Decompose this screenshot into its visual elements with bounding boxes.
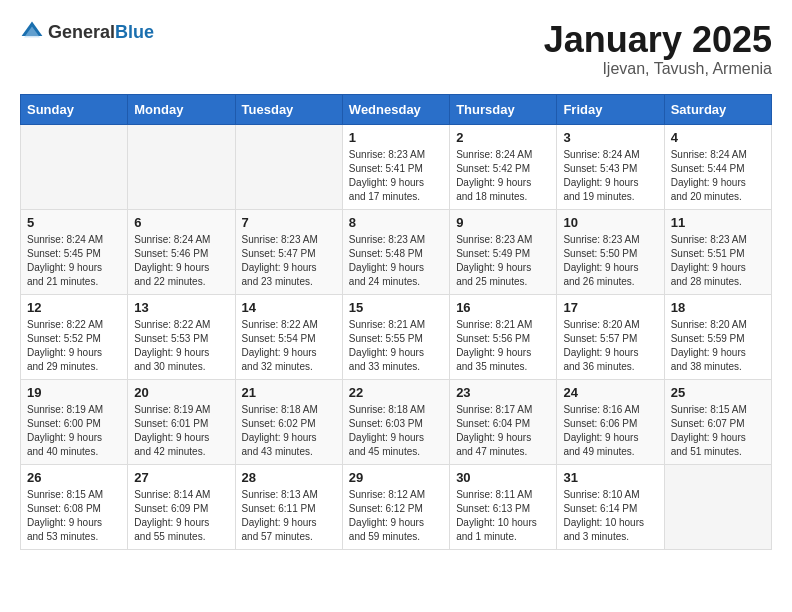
day-number: 15 [349, 300, 443, 315]
day-of-week-header: Wednesday [342, 94, 449, 124]
day-info: Sunrise: 8:23 AM Sunset: 5:47 PM Dayligh… [242, 233, 336, 289]
calendar-header-row: SundayMondayTuesdayWednesdayThursdayFrid… [21, 94, 772, 124]
day-info: Sunrise: 8:23 AM Sunset: 5:41 PM Dayligh… [349, 148, 443, 204]
day-info: Sunrise: 8:18 AM Sunset: 6:03 PM Dayligh… [349, 403, 443, 459]
calendar-title: January 2025 [544, 20, 772, 60]
day-info: Sunrise: 8:24 AM Sunset: 5:44 PM Dayligh… [671, 148, 765, 204]
day-of-week-header: Thursday [450, 94, 557, 124]
calendar-cell: 1Sunrise: 8:23 AM Sunset: 5:41 PM Daylig… [342, 124, 449, 209]
day-info: Sunrise: 8:23 AM Sunset: 5:48 PM Dayligh… [349, 233, 443, 289]
day-number: 6 [134, 215, 228, 230]
title-area: January 2025 Ijevan, Tavush, Armenia [544, 20, 772, 78]
day-number: 1 [349, 130, 443, 145]
logo: GeneralBlue [20, 20, 154, 44]
day-number: 14 [242, 300, 336, 315]
day-info: Sunrise: 8:20 AM Sunset: 5:57 PM Dayligh… [563, 318, 657, 374]
day-number: 27 [134, 470, 228, 485]
day-number: 30 [456, 470, 550, 485]
calendar-cell: 14Sunrise: 8:22 AM Sunset: 5:54 PM Dayli… [235, 294, 342, 379]
calendar-cell: 24Sunrise: 8:16 AM Sunset: 6:06 PM Dayli… [557, 379, 664, 464]
day-number: 17 [563, 300, 657, 315]
calendar-cell [128, 124, 235, 209]
day-info: Sunrise: 8:19 AM Sunset: 6:00 PM Dayligh… [27, 403, 121, 459]
day-number: 11 [671, 215, 765, 230]
day-info: Sunrise: 8:24 AM Sunset: 5:45 PM Dayligh… [27, 233, 121, 289]
calendar-cell: 18Sunrise: 8:20 AM Sunset: 5:59 PM Dayli… [664, 294, 771, 379]
day-number: 21 [242, 385, 336, 400]
day-of-week-header: Monday [128, 94, 235, 124]
calendar-cell: 3Sunrise: 8:24 AM Sunset: 5:43 PM Daylig… [557, 124, 664, 209]
calendar-cell: 6Sunrise: 8:24 AM Sunset: 5:46 PM Daylig… [128, 209, 235, 294]
calendar-cell: 7Sunrise: 8:23 AM Sunset: 5:47 PM Daylig… [235, 209, 342, 294]
day-number: 19 [27, 385, 121, 400]
calendar-cell: 10Sunrise: 8:23 AM Sunset: 5:50 PM Dayli… [557, 209, 664, 294]
day-number: 4 [671, 130, 765, 145]
calendar-cell: 29Sunrise: 8:12 AM Sunset: 6:12 PM Dayli… [342, 464, 449, 549]
day-info: Sunrise: 8:19 AM Sunset: 6:01 PM Dayligh… [134, 403, 228, 459]
day-info: Sunrise: 8:21 AM Sunset: 5:56 PM Dayligh… [456, 318, 550, 374]
calendar-cell: 13Sunrise: 8:22 AM Sunset: 5:53 PM Dayli… [128, 294, 235, 379]
calendar-cell: 17Sunrise: 8:20 AM Sunset: 5:57 PM Dayli… [557, 294, 664, 379]
calendar-table: SundayMondayTuesdayWednesdayThursdayFrid… [20, 94, 772, 550]
day-number: 28 [242, 470, 336, 485]
calendar-cell: 21Sunrise: 8:18 AM Sunset: 6:02 PM Dayli… [235, 379, 342, 464]
day-number: 13 [134, 300, 228, 315]
day-number: 5 [27, 215, 121, 230]
calendar-cell: 2Sunrise: 8:24 AM Sunset: 5:42 PM Daylig… [450, 124, 557, 209]
day-info: Sunrise: 8:21 AM Sunset: 5:55 PM Dayligh… [349, 318, 443, 374]
day-info: Sunrise: 8:15 AM Sunset: 6:08 PM Dayligh… [27, 488, 121, 544]
logo-general-text: General [48, 22, 115, 42]
day-number: 10 [563, 215, 657, 230]
calendar-cell: 12Sunrise: 8:22 AM Sunset: 5:52 PM Dayli… [21, 294, 128, 379]
day-info: Sunrise: 8:24 AM Sunset: 5:43 PM Dayligh… [563, 148, 657, 204]
day-number: 26 [27, 470, 121, 485]
calendar-cell: 20Sunrise: 8:19 AM Sunset: 6:01 PM Dayli… [128, 379, 235, 464]
calendar-cell: 26Sunrise: 8:15 AM Sunset: 6:08 PM Dayli… [21, 464, 128, 549]
day-number: 24 [563, 385, 657, 400]
calendar-cell: 30Sunrise: 8:11 AM Sunset: 6:13 PM Dayli… [450, 464, 557, 549]
day-info: Sunrise: 8:22 AM Sunset: 5:54 PM Dayligh… [242, 318, 336, 374]
calendar-cell: 8Sunrise: 8:23 AM Sunset: 5:48 PM Daylig… [342, 209, 449, 294]
day-of-week-header: Sunday [21, 94, 128, 124]
calendar-cell: 19Sunrise: 8:19 AM Sunset: 6:00 PM Dayli… [21, 379, 128, 464]
day-number: 8 [349, 215, 443, 230]
day-info: Sunrise: 8:23 AM Sunset: 5:51 PM Dayligh… [671, 233, 765, 289]
day-number: 20 [134, 385, 228, 400]
calendar-cell: 31Sunrise: 8:10 AM Sunset: 6:14 PM Dayli… [557, 464, 664, 549]
day-info: Sunrise: 8:11 AM Sunset: 6:13 PM Dayligh… [456, 488, 550, 544]
day-number: 18 [671, 300, 765, 315]
day-info: Sunrise: 8:22 AM Sunset: 5:53 PM Dayligh… [134, 318, 228, 374]
calendar-cell: 9Sunrise: 8:23 AM Sunset: 5:49 PM Daylig… [450, 209, 557, 294]
day-info: Sunrise: 8:20 AM Sunset: 5:59 PM Dayligh… [671, 318, 765, 374]
calendar-header: GeneralBlue January 2025 Ijevan, Tavush,… [20, 20, 772, 78]
day-number: 2 [456, 130, 550, 145]
day-number: 16 [456, 300, 550, 315]
day-info: Sunrise: 8:16 AM Sunset: 6:06 PM Dayligh… [563, 403, 657, 459]
day-info: Sunrise: 8:24 AM Sunset: 5:42 PM Dayligh… [456, 148, 550, 204]
calendar-cell: 16Sunrise: 8:21 AM Sunset: 5:56 PM Dayli… [450, 294, 557, 379]
day-info: Sunrise: 8:18 AM Sunset: 6:02 PM Dayligh… [242, 403, 336, 459]
day-number: 7 [242, 215, 336, 230]
calendar-cell: 27Sunrise: 8:14 AM Sunset: 6:09 PM Dayli… [128, 464, 235, 549]
day-number: 23 [456, 385, 550, 400]
calendar-subtitle: Ijevan, Tavush, Armenia [544, 60, 772, 78]
logo-blue-text: Blue [115, 22, 154, 42]
day-number: 25 [671, 385, 765, 400]
day-info: Sunrise: 8:17 AM Sunset: 6:04 PM Dayligh… [456, 403, 550, 459]
calendar-cell: 28Sunrise: 8:13 AM Sunset: 6:11 PM Dayli… [235, 464, 342, 549]
day-info: Sunrise: 8:14 AM Sunset: 6:09 PM Dayligh… [134, 488, 228, 544]
day-info: Sunrise: 8:15 AM Sunset: 6:07 PM Dayligh… [671, 403, 765, 459]
calendar-cell [664, 464, 771, 549]
calendar-cell: 15Sunrise: 8:21 AM Sunset: 5:55 PM Dayli… [342, 294, 449, 379]
day-of-week-header: Friday [557, 94, 664, 124]
calendar-cell: 11Sunrise: 8:23 AM Sunset: 5:51 PM Dayli… [664, 209, 771, 294]
logo-icon [20, 20, 44, 44]
calendar-cell: 22Sunrise: 8:18 AM Sunset: 6:03 PM Dayli… [342, 379, 449, 464]
day-of-week-header: Saturday [664, 94, 771, 124]
day-info: Sunrise: 8:23 AM Sunset: 5:50 PM Dayligh… [563, 233, 657, 289]
calendar-cell: 23Sunrise: 8:17 AM Sunset: 6:04 PM Dayli… [450, 379, 557, 464]
day-info: Sunrise: 8:22 AM Sunset: 5:52 PM Dayligh… [27, 318, 121, 374]
calendar-cell: 4Sunrise: 8:24 AM Sunset: 5:44 PM Daylig… [664, 124, 771, 209]
calendar-cell [21, 124, 128, 209]
day-number: 31 [563, 470, 657, 485]
